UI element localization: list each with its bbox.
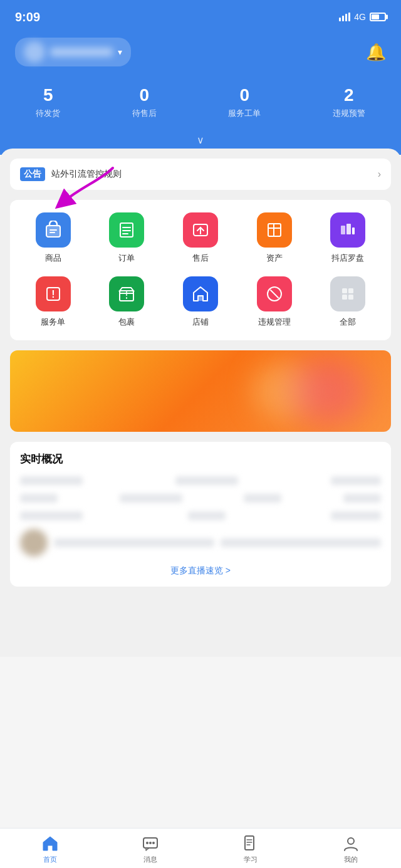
overview-section: 实时概况 更多直播速览 > — [10, 442, 391, 587]
status-bar: 9:09 4G — [0, 0, 401, 31]
blurred-stat-1 — [20, 476, 83, 485]
banner[interactable] — [10, 350, 391, 432]
announcement-text: 站外引流管控规则 — [51, 169, 372, 180]
store-selector[interactable]: ▾ — [15, 38, 131, 66]
svg-rect-12 — [341, 226, 345, 234]
stat-violation[interactable]: 2 违规预警 — [333, 85, 365, 119]
menu-label-product: 商品 — [45, 253, 61, 264]
menu-row-1: 商品 订单 — [16, 212, 385, 264]
header: ▾ 🔔 — [0, 31, 401, 79]
menu-item-asset[interactable]: 资产 — [243, 212, 306, 264]
learn-nav-icon — [242, 835, 259, 852]
nav-profile[interactable]: 我的 — [342, 835, 360, 864]
svg-rect-29 — [245, 836, 254, 850]
svg-rect-21 — [342, 288, 347, 293]
stat-service[interactable]: 0 服务工单 — [228, 85, 261, 119]
expand-chevron-icon: ∨ — [197, 134, 204, 146]
stat-after-sale[interactable]: 0 待售后 — [132, 85, 157, 119]
svg-rect-24 — [348, 295, 353, 300]
stat-label-pending-ship: 待发货 — [36, 108, 60, 119]
overview-row-3 — [20, 511, 381, 520]
shop-icon — [183, 276, 218, 311]
blurred-text-2 — [221, 538, 381, 547]
status-icons: 4G — [339, 12, 386, 22]
stat-label-violation: 违规预警 — [333, 108, 365, 119]
menu-item-service[interactable]: ! 服务单 — [22, 276, 85, 328]
nav-learn[interactable]: 学习 — [242, 835, 259, 864]
compass-icon — [330, 212, 365, 248]
store-avatar — [24, 41, 45, 63]
blurred-stat-4 — [20, 494, 58, 503]
stats-row: 5 待发货 0 待售后 0 服务工单 2 违规预警 — [0, 79, 401, 134]
main-content: 公告 站外引流管控规则 › 商 — [0, 149, 401, 657]
menu-grid: 商品 订单 — [10, 200, 391, 340]
announcement-arrow-icon: › — [378, 169, 381, 180]
menu-label-order: 订单 — [118, 253, 135, 264]
order-icon — [109, 212, 144, 248]
svg-rect-22 — [348, 288, 353, 293]
blurred-stat-5 — [120, 494, 182, 503]
menu-item-order[interactable]: 订单 — [95, 212, 158, 264]
stat-pending-ship[interactable]: 5 待发货 — [36, 85, 60, 119]
chevron-down-icon: ▾ — [118, 47, 122, 57]
blurred-stat-9 — [188, 511, 226, 520]
svg-point-33 — [348, 838, 354, 844]
announcement-tag: 公告 — [20, 167, 45, 181]
stat-number-after-sale: 0 — [139, 85, 149, 105]
menu-item-package[interactable]: 包裹 — [95, 276, 158, 328]
svg-rect-18 — [198, 296, 203, 301]
battery-icon — [370, 13, 386, 21]
svg-point-26 — [146, 842, 148, 844]
menu-item-shop[interactable]: 店铺 — [169, 276, 232, 328]
profile-nav-icon — [342, 835, 360, 852]
blurred-stat-10 — [331, 511, 381, 520]
nav-learn-label: 学习 — [244, 855, 258, 864]
menu-label-aftersale: 售后 — [192, 253, 209, 264]
announcement-bar[interactable]: 公告 站外引流管控规则 › — [10, 159, 391, 190]
svg-rect-13 — [346, 224, 351, 234]
menu-label-all: 全部 — [340, 316, 356, 328]
blurred-stat-2 — [175, 476, 238, 485]
overview-row-2 — [20, 494, 381, 503]
service-icon: ! — [36, 276, 71, 311]
menu-label-asset: 资产 — [266, 253, 283, 264]
svg-text:!: ! — [51, 289, 55, 300]
nav-home-label: 首页 — [43, 855, 57, 864]
nav-message-label: 消息 — [143, 855, 157, 864]
store-name — [50, 48, 113, 56]
menu-item-violation[interactable]: 违规管理 — [243, 276, 306, 328]
message-nav-icon — [142, 835, 159, 852]
svg-point-28 — [152, 842, 155, 844]
overview-row-1 — [20, 476, 381, 485]
overview-title: 实时概况 — [20, 452, 381, 466]
menu-item-all[interactable]: 全部 — [316, 276, 379, 328]
nav-home[interactable]: 首页 — [41, 835, 59, 864]
menu-label-compass: 抖店罗盘 — [331, 253, 364, 264]
stat-number-violation: 2 — [344, 85, 354, 105]
bell-icon[interactable]: 🔔 — [366, 43, 386, 62]
blurred-stat-3 — [331, 476, 381, 485]
asset-icon — [257, 212, 292, 248]
nav-profile-label: 我的 — [344, 855, 358, 864]
svg-rect-0 — [46, 226, 60, 237]
more-live-link[interactable]: 更多直播速览 > — [20, 565, 381, 577]
menu-row-2: ! 服务单 包裹 — [16, 276, 385, 328]
menu-label-violation: 违规管理 — [258, 316, 291, 328]
blurred-stat-7 — [343, 494, 381, 503]
menu-item-product[interactable]: 商品 — [22, 212, 85, 264]
blurred-avatar — [20, 529, 48, 557]
stat-label-after-sale: 待售后 — [132, 108, 157, 119]
nav-message[interactable]: 消息 — [142, 835, 159, 864]
menu-item-compass[interactable]: 抖店罗盘 — [316, 212, 379, 264]
aftersale-icon — [183, 212, 218, 248]
all-icon — [330, 276, 365, 311]
network-label: 4G — [354, 12, 366, 22]
svg-rect-23 — [342, 295, 347, 300]
stat-number-service: 0 — [239, 85, 249, 105]
stat-number-pending-ship: 5 — [43, 85, 53, 105]
menu-item-aftersale[interactable]: 售后 — [169, 212, 232, 264]
product-icon — [36, 212, 71, 248]
signal-icon — [339, 13, 350, 21]
blurred-stat-6 — [244, 494, 281, 503]
menu-label-service: 服务单 — [41, 316, 65, 328]
